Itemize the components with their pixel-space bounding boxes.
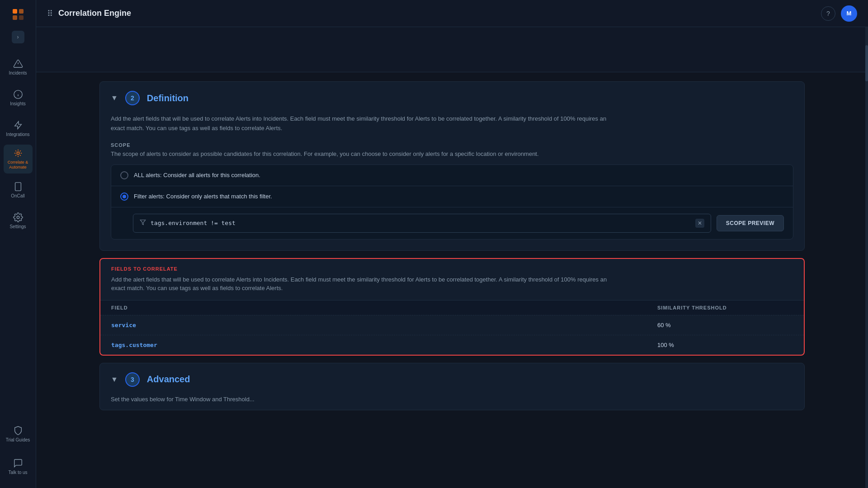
- oncall-icon: [13, 182, 23, 192]
- svg-rect-6: [15, 182, 21, 190]
- sidebar-item-incidents-label: Incidents: [9, 70, 27, 75]
- scope-option-filter[interactable]: Filter alerts: Consider only alerts that…: [111, 186, 793, 207]
- svg-rect-1: [19, 9, 24, 14]
- advanced-section-header[interactable]: ▼ 3 Advanced: [100, 363, 804, 396]
- integrations-icon: [13, 120, 23, 130]
- threshold-column-header: SIMILARITY THRESHOLD: [657, 305, 793, 310]
- scope-option-filter-label: Filter alerts: Consider only alerts that…: [134, 193, 272, 200]
- definition-section-number: 2: [125, 91, 140, 105]
- fields-to-correlate-wrapper: FIELDS TO CORRELATE Add the alert fields…: [99, 258, 805, 356]
- sidebar-item-correlate[interactable]: Correlate &Automate: [4, 145, 33, 174]
- svg-rect-0: [13, 9, 17, 14]
- definition-section-title: Definition: [147, 93, 189, 103]
- definition-section-header[interactable]: ▼ 2 Definition: [100, 82, 804, 114]
- fields-header-area: FIELDS TO CORRELATE Add the alert fields…: [100, 259, 804, 293]
- page-header: ⠿ Correlation Engine ? M: [36, 0, 868, 27]
- main-content: ⠿ Correlation Engine ? M ▼ 2 Definition …: [36, 0, 868, 488]
- field-column-header: FIELD: [111, 305, 657, 310]
- talk-to-us-icon: [13, 458, 23, 468]
- correlate-icon: [13, 148, 23, 158]
- svg-point-7: [17, 216, 19, 219]
- sidebar-item-trial-guides[interactable]: Trial Guides: [4, 419, 33, 448]
- sidebar-item-insights[interactable]: Insights: [4, 83, 33, 112]
- fields-to-correlate-container: FIELDS TO CORRELATE Add the alert fields…: [99, 258, 805, 356]
- sidebar-item-incidents[interactable]: Incidents: [4, 52, 33, 81]
- gear-icon: [13, 212, 23, 222]
- sidebar-item-talk-to-us-label: Talk to us: [8, 470, 27, 475]
- radio-filter[interactable]: [120, 192, 128, 201]
- sidebar-item-settings[interactable]: Settings: [4, 206, 33, 235]
- user-avatar[interactable]: M: [841, 5, 857, 22]
- incidents-icon: [13, 59, 23, 69]
- table-row: tags.customer 100 %: [100, 335, 804, 355]
- filter-value: tags.environment != test: [151, 220, 691, 226]
- sidebar-item-trial-guides-label: Trial Guides: [6, 437, 30, 442]
- collapsed-section-banner: [36, 27, 868, 72]
- svg-rect-3: [19, 15, 24, 20]
- app-logo: [9, 5, 27, 23]
- field-name-service: service: [111, 322, 657, 328]
- scrollbar-thumb[interactable]: [865, 45, 868, 81]
- filter-clear-button[interactable]: ✕: [695, 219, 704, 228]
- advanced-section-number: 3: [125, 372, 140, 387]
- scope-option-all[interactable]: ALL alerts: Consider all alerts for this…: [111, 165, 793, 186]
- definition-section-body: Add the alert fields that will be used t…: [100, 114, 804, 250]
- sidebar: › Incidents Insights Integrations Correl…: [0, 0, 36, 488]
- sidebar-item-oncall[interactable]: OnCall: [4, 175, 33, 204]
- definition-collapse-icon[interactable]: ▼: [111, 94, 118, 102]
- sidebar-item-oncall-label: OnCall: [11, 193, 25, 198]
- page-content: ▼ 2 Definition Add the alert fields that…: [36, 27, 868, 488]
- sidebar-item-insights-label: Insights: [10, 101, 25, 106]
- scope-options-container: ALL alerts: Consider all alerts for this…: [111, 164, 793, 239]
- sidebar-item-integrations[interactable]: Integrations: [4, 114, 33, 143]
- scrollbar-track[interactable]: [865, 27, 868, 488]
- sidebar-item-talk-to-us[interactable]: Talk to us: [4, 452, 33, 481]
- sidebar-collapse-button[interactable]: ›: [12, 31, 24, 43]
- svg-marker-8: [140, 220, 146, 225]
- advanced-section: ▼ 3 Advanced Set the values below for Ti…: [99, 363, 805, 410]
- help-button[interactable]: ?: [821, 6, 835, 21]
- sidebar-bottom: Trial Guides Talk to us: [4, 419, 33, 483]
- filter-funnel-icon: [140, 219, 146, 227]
- scope-option-all-label: ALL alerts: Consider all alerts for this…: [134, 172, 260, 178]
- field-threshold-service: 60 %: [657, 322, 793, 328]
- fields-table-header: FIELD SIMILARITY THRESHOLD: [100, 300, 804, 315]
- fields-to-correlate-label: FIELDS TO CORRELATE: [111, 266, 793, 272]
- sidebar-item-integrations-label: Integrations: [6, 132, 29, 137]
- svg-rect-2: [13, 15, 17, 20]
- table-row: service 60 %: [100, 315, 804, 335]
- field-name-tags-customer: tags.customer: [111, 342, 657, 348]
- field-threshold-tags-customer: 100 %: [657, 342, 793, 348]
- page-title: Correlation Engine: [58, 9, 131, 18]
- svg-point-5: [17, 152, 19, 155]
- definition-section: ▼ 2 Definition Add the alert fields that…: [99, 81, 805, 251]
- filter-input-container[interactable]: tags.environment != test ✕: [133, 214, 711, 233]
- advanced-section-body: Set the values below for Time Window and…: [100, 396, 804, 410]
- sidebar-item-correlate-label: Correlate &Automate: [8, 160, 28, 170]
- radio-all[interactable]: [120, 171, 128, 179]
- filter-input-row: tags.environment != test ✕ SCOPE PREVIEW: [111, 207, 793, 239]
- header-grid-icon: ⠿: [47, 9, 53, 19]
- scope-description: The scope of alerts to consider as possi…: [111, 150, 793, 157]
- definition-description: Add the alert fields that will be used t…: [111, 114, 608, 133]
- advanced-collapse-icon[interactable]: ▼: [111, 375, 118, 384]
- sidebar-item-settings-label: Settings: [9, 224, 26, 229]
- scope-preview-button[interactable]: SCOPE PREVIEW: [717, 215, 784, 231]
- fields-to-correlate-description: Add the alert fields that will be used t…: [111, 275, 609, 293]
- scope-label: SCOPE: [111, 142, 793, 148]
- insights-icon: [13, 89, 23, 99]
- trial-guides-icon: [13, 426, 23, 436]
- advanced-section-title: Advanced: [147, 374, 190, 385]
